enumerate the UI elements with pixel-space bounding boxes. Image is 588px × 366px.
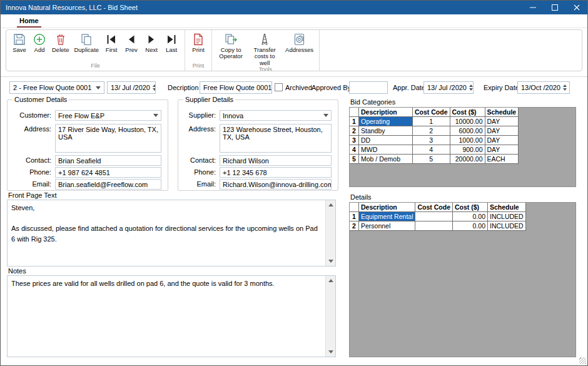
table-cell[interactable]: 6000.00: [450, 126, 485, 136]
quote-date-input[interactable]: 13/ Jul /2020: [107, 81, 156, 94]
bid-categories-table[interactable]: DescriptionCost CodeCost ($)Schedule1Ope…: [349, 107, 519, 164]
maximize-button[interactable]: [544, 1, 565, 14]
column-header[interactable]: Description: [359, 203, 415, 212]
customer-phone-input[interactable]: +1 987 624 4851: [55, 167, 161, 178]
transfer-costs-button[interactable]: Transfer costs to well: [247, 33, 282, 66]
customer-address-input[interactable]: 17 River Side Way, Houston, TX, USA: [55, 124, 161, 153]
supplier-email-input[interactable]: Richard.Wilson@innova-drilling.com: [220, 179, 332, 190]
table-cell[interactable]: 4: [413, 145, 450, 155]
table-cell[interactable]: 0.00: [452, 221, 487, 231]
spinner-icon[interactable]: [150, 84, 156, 91]
next-label: Next: [145, 47, 158, 53]
column-header[interactable]: [350, 108, 359, 117]
row-number-cell[interactable]: 1: [350, 212, 359, 221]
column-header[interactable]: Cost Code: [415, 203, 453, 212]
column-header[interactable]: Schedule: [487, 203, 525, 212]
close-button[interactable]: [565, 1, 587, 14]
table-cell[interactable]: Equipment Rental: [359, 212, 415, 221]
column-header[interactable]: Description: [359, 108, 413, 117]
row-number-cell[interactable]: 3: [350, 136, 359, 145]
supplier-phone-input[interactable]: +1 12 345 678: [220, 167, 332, 178]
archived-checkbox[interactable]: [275, 83, 283, 91]
duplicate-button[interactable]: Duplicate: [72, 33, 101, 53]
column-header[interactable]: Cost ($): [452, 203, 487, 212]
quote-selector[interactable]: 2 - Free Flow Quote 0001: [9, 81, 104, 94]
scrollbar[interactable]: [325, 200, 335, 266]
table-cell[interactable]: INCLUDED: [487, 221, 525, 231]
table-cell[interactable]: Operating: [359, 117, 413, 126]
supplier-contact-input[interactable]: Richard Wilson: [220, 155, 332, 166]
description-input[interactable]: Free Flow Quote 0001: [200, 81, 272, 94]
duplicate-label: Duplicate: [74, 47, 99, 53]
table-cell[interactable]: DAY: [485, 145, 519, 155]
table-cell[interactable]: [415, 212, 453, 221]
table-cell[interactable]: Standby: [359, 126, 413, 136]
customer-email-input[interactable]: Brian.seafield@Freeflow.com: [55, 179, 161, 190]
table-cell[interactable]: 2: [413, 126, 450, 136]
notes-textarea[interactable]: These prices are valid for all wells dri…: [7, 275, 336, 357]
table-cell[interactable]: EACH: [485, 155, 519, 164]
quote-date-value: 13/ Jul /2020: [111, 84, 150, 91]
scroll-down-icon[interactable]: [326, 257, 335, 266]
table-cell[interactable]: MWD: [359, 145, 413, 155]
tab-home[interactable]: Home: [17, 16, 41, 28]
supplier-address-input[interactable]: 123 Warehouse Street, Houston, TX, USA: [220, 124, 332, 153]
customer-address-label: Address:: [10, 124, 55, 135]
scrollbar[interactable]: [325, 276, 335, 357]
row-number-cell[interactable]: 4: [350, 145, 359, 155]
next-record-button[interactable]: Next: [142, 33, 161, 53]
save-icon: [13, 33, 26, 46]
resize-grip[interactable]: [579, 357, 586, 364]
appr-date-input[interactable]: 13/ Jul /2020: [423, 81, 474, 94]
table-cell[interactable]: DAY: [485, 126, 519, 136]
row-number-cell[interactable]: 2: [350, 221, 359, 231]
front-page-textarea[interactable]: Steven, As discussed, please find attach…: [7, 200, 336, 267]
customer-select[interactable]: Free Flow E&P: [55, 110, 161, 121]
table-cell[interactable]: DD: [359, 136, 413, 145]
table-cell[interactable]: 1000.00: [450, 136, 485, 145]
table-cell[interactable]: DAY: [485, 136, 519, 145]
bid-categories-title: Bid Categories: [350, 98, 395, 106]
approved-by-input[interactable]: [349, 81, 388, 94]
first-record-button[interactable]: First: [102, 33, 121, 53]
supplier-value: Innova: [223, 112, 243, 119]
print-label: Print: [192, 47, 205, 53]
spinner-icon[interactable]: [560, 84, 567, 91]
spinner-icon[interactable]: [467, 84, 473, 91]
expiry-date-input[interactable]: 13/Oct /2020: [517, 81, 570, 94]
table-cell[interactable]: 20000.00: [450, 155, 485, 164]
last-record-button[interactable]: Last: [162, 33, 181, 53]
add-button[interactable]: Add: [30, 33, 49, 53]
copy-to-operator-button[interactable]: Copy to Operator: [216, 33, 246, 60]
table-cell[interactable]: 0.00: [452, 212, 487, 221]
scroll-down-icon[interactable]: [326, 347, 335, 357]
delete-button[interactable]: Delete: [50, 33, 71, 53]
row-number-cell[interactable]: 1: [350, 117, 359, 126]
customer-contact-input[interactable]: Brian Seafield: [55, 155, 161, 166]
scroll-up-icon[interactable]: [326, 276, 335, 285]
print-button[interactable]: Print: [189, 33, 208, 53]
column-header[interactable]: Cost Code: [413, 108, 450, 117]
row-number-cell[interactable]: 5: [350, 155, 359, 164]
supplier-select[interactable]: Innova: [220, 110, 332, 121]
details-table[interactable]: DescriptionCost CodeCost ($)Schedule1Equ…: [349, 202, 526, 231]
table-cell[interactable]: [415, 221, 453, 231]
column-header[interactable]: Cost ($): [450, 108, 485, 117]
table-cell[interactable]: 5: [413, 155, 450, 164]
table-cell[interactable]: Personnel: [359, 221, 415, 231]
row-number-cell[interactable]: 2: [350, 126, 359, 136]
table-cell[interactable]: INCLUDED: [487, 212, 525, 221]
table-cell[interactable]: 10000.00: [450, 117, 485, 126]
minimize-button[interactable]: [522, 1, 544, 14]
table-cell[interactable]: 1: [413, 117, 450, 126]
table-cell[interactable]: DAY: [485, 117, 519, 126]
table-cell[interactable]: 900.00: [450, 145, 485, 155]
table-cell[interactable]: Mob / Demob: [359, 155, 413, 164]
save-button[interactable]: Save: [10, 33, 29, 53]
scroll-up-icon[interactable]: [326, 200, 335, 210]
column-header[interactable]: [350, 203, 359, 212]
prev-record-button[interactable]: Prev: [122, 33, 141, 53]
addresses-button[interactable]: Addresses: [283, 33, 315, 53]
table-cell[interactable]: 3: [413, 136, 450, 145]
column-header[interactable]: Schedule: [485, 108, 519, 117]
